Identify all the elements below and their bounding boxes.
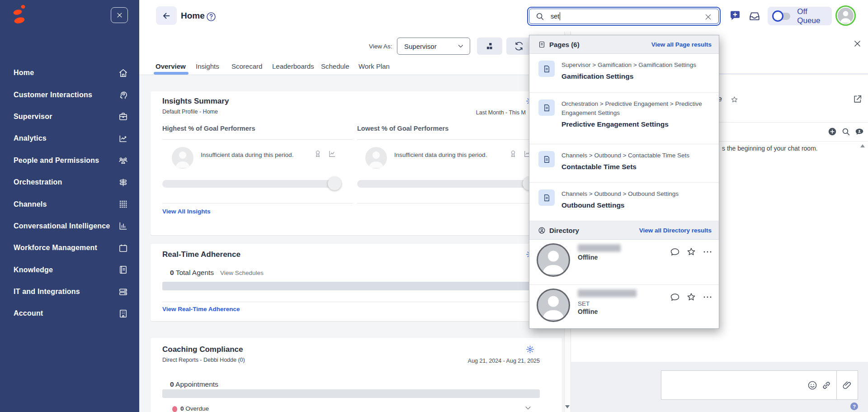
scroll-down-icon[interactable] [565, 405, 570, 408]
sidebar-item-conversational-intelligence[interactable]: Conversational Intelligence [0, 215, 139, 237]
emoji-icon[interactable] [807, 380, 818, 391]
chat-bubble-icon[interactable] [670, 292, 680, 303]
view-all-insights-link[interactable]: View All Insights [162, 208, 211, 215]
gear-icon[interactable] [526, 345, 534, 354]
progress-knob[interactable] [328, 177, 341, 190]
inbox-icon[interactable] [749, 10, 760, 22]
sidebar-item-label: Conversational Intelligence [14, 222, 118, 230]
view-as-value: Supervisor [404, 43, 457, 50]
divider [162, 302, 550, 302]
chevron-down-icon[interactable] [524, 404, 532, 412]
page-result-title: Gamification Settings [561, 72, 705, 81]
clear-icon[interactable] [704, 13, 712, 21]
tab-schedule[interactable]: Schedule [321, 62, 349, 70]
sidebar-item-workforce-management[interactable]: Workforce Management [0, 237, 139, 259]
sidebar-close-button[interactable] [111, 7, 128, 23]
signpost-icon [118, 177, 128, 188]
star-icon[interactable] [686, 246, 697, 257]
page-result-title: Contactable Time Sets [561, 163, 705, 171]
sidebar-item-it-and-integrations[interactable]: IT and Integrations [0, 281, 139, 303]
search-input[interactable]: set [529, 9, 719, 24]
back-button[interactable] [156, 6, 177, 25]
pages-header-label: Pages (6) [549, 41, 651, 48]
chat-bubble-icon[interactable] [854, 127, 864, 137]
help-badge[interactable]: ? [850, 403, 858, 410]
insights-summary-card: Insights Summary Default Profile - Home … [151, 91, 562, 235]
avatar-silhouette [838, 8, 854, 24]
message-input[interactable] [661, 370, 858, 400]
mini-chart-icon[interactable] [328, 149, 337, 158]
page-result[interactable]: Channels > Outbound > Contactable Time S… [529, 144, 719, 183]
sidebar-item-orchestration[interactable]: Orchestration [0, 171, 139, 193]
directory-entry-actions [670, 246, 713, 257]
sidebar-item-knowledge[interactable]: Knowledge [0, 259, 139, 281]
paperclip-icon[interactable] [842, 380, 853, 391]
refresh-icon [514, 41, 524, 51]
star-icon[interactable] [686, 292, 697, 303]
ellipsis-icon[interactable] [702, 292, 713, 303]
tab-overview[interactable]: Overview [156, 62, 186, 70]
scroll-up-icon[interactable] [860, 144, 865, 147]
bar-chart-icon [118, 221, 128, 231]
user-avatar[interactable] [835, 5, 856, 26]
tab-work-plan[interactable]: Work Plan [359, 62, 390, 70]
page-icon [538, 99, 555, 116]
chat-bubble-icon[interactable] [670, 246, 680, 257]
message-text-region[interactable] [661, 371, 837, 399]
directory-entry-texts: SET Offline [578, 289, 637, 315]
off-queue-toggle[interactable]: Off Queue [768, 7, 832, 25]
add-circle-icon[interactable] [827, 127, 837, 137]
close-icon[interactable] [853, 39, 862, 48]
link-icon[interactable] [821, 380, 832, 391]
ellipsis-icon[interactable] [702, 246, 713, 257]
metric-toggles [313, 149, 337, 158]
directory-entry[interactable]: SET Offline [529, 285, 719, 329]
search-results-dropdown: Pages (6) View all Page results Supervis… [529, 35, 719, 329]
briefcase-icon [118, 111, 128, 122]
entry-title: SET [578, 300, 637, 307]
directory-entry[interactable]: Offline [529, 240, 719, 285]
page-result[interactable]: Orchestration > Predictive Engagement > … [529, 93, 719, 144]
ribbon-icon[interactable] [313, 149, 322, 158]
tab-leaderboards[interactable]: Leaderboards [272, 62, 314, 70]
sidebar-item-channels[interactable]: Channels [0, 193, 139, 215]
view-all-directory-results-link[interactable]: View all Directory results [639, 227, 712, 234]
ribbon-icon[interactable] [509, 149, 518, 158]
page-result[interactable]: Supervisor > Gamification > Gamification… [529, 54, 719, 93]
page-icon [538, 61, 555, 77]
sidebar-item-label: Workforce Management [14, 244, 118, 252]
external-link-icon[interactable] [853, 94, 863, 104]
tab-insights[interactable]: Insights [196, 62, 219, 70]
card-title: Coaching Compliance [162, 345, 243, 354]
help-icon[interactable] [206, 11, 217, 22]
view-real-time-adherence-link[interactable]: View Real-Time Adherence [162, 306, 240, 313]
sidebar-item-supervisor[interactable]: Supervisor [0, 106, 139, 128]
breadcrumb: Channels > Outbound > Contactable Time S… [561, 151, 705, 160]
star-icon[interactable] [730, 95, 739, 104]
view-schedules-link[interactable]: View Schedules [220, 270, 264, 276]
org-view-button[interactable] [477, 38, 502, 55]
sidebar-item-customer-interactions[interactable]: Customer Interactions [0, 84, 139, 105]
chevron-down-icon [457, 43, 464, 50]
breadcrumb: Channels > Outbound > Outbound Settings [561, 189, 705, 199]
people-icon [118, 155, 128, 166]
search-icon[interactable] [841, 127, 851, 137]
sidebar-item-account[interactable]: Account [0, 303, 139, 324]
page-result[interactable]: Channels > Outbound > Outbound Settings … [529, 183, 719, 221]
card-title: Real-Time Adherence [162, 250, 241, 259]
page-result-texts: Channels > Outbound > Contactable Time S… [561, 151, 705, 182]
sidebar-item-home[interactable]: Home [0, 62, 139, 84]
chat-add-icon[interactable] [729, 9, 741, 22]
page-icon [538, 189, 555, 206]
sidebar-item-people-and-permissions[interactable]: People and Permissions [0, 150, 139, 171]
sidebar-item-analytics[interactable]: Analytics [0, 128, 139, 149]
tab-scorecard[interactable]: Scorecard [231, 62, 262, 70]
refresh-button[interactable] [506, 38, 532, 55]
view-all-page-results-link[interactable]: View all Page results [651, 41, 712, 48]
attachment-section[interactable] [837, 371, 858, 399]
view-as-select[interactable]: Supervisor [397, 38, 470, 55]
card-title: Insights Summary [162, 97, 229, 106]
text-caret [560, 12, 560, 20]
appointments-label: Appointments [175, 380, 218, 388]
toggle-track[interactable] [774, 13, 790, 20]
